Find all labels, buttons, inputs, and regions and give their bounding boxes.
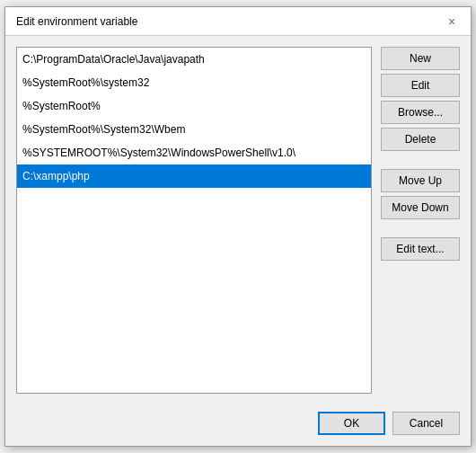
close-button[interactable]: × <box>444 13 460 30</box>
list-item-empty <box>17 296 371 314</box>
list-item[interactable]: C:\ProgramData\Oracle\Java\javapath <box>17 48 371 71</box>
list-item-empty <box>17 206 371 224</box>
list-item-empty <box>17 242 371 260</box>
dialog-title: Edit environment variable <box>16 15 137 28</box>
buttons-panel: New Edit Browse... Delete Move Up Move D… <box>381 47 460 394</box>
dialog-content: C:\ProgramData\Oracle\Java\javapath%Syst… <box>5 36 471 404</box>
edit-env-variable-dialog: Edit environment variable × C:\ProgramDa… <box>4 6 472 447</box>
edit-button[interactable]: Edit <box>381 74 460 97</box>
list-item-empty <box>17 332 371 350</box>
list-item-empty <box>17 224 371 242</box>
list-item-empty <box>17 188 371 206</box>
title-bar: Edit environment variable × <box>5 7 471 36</box>
list-item[interactable]: C:\xampp\php <box>17 164 371 188</box>
list-item[interactable]: %SystemRoot% <box>17 94 371 118</box>
env-var-list[interactable]: C:\ProgramData\Oracle\Java\javapath%Syst… <box>16 47 372 394</box>
list-item-empty <box>17 260 371 278</box>
browse-button[interactable]: Browse... <box>381 101 460 124</box>
new-button[interactable]: New <box>381 47 460 70</box>
list-item[interactable]: %SystemRoot%\system32 <box>17 71 371 94</box>
ok-button[interactable]: OK <box>318 412 385 435</box>
cancel-button[interactable]: Cancel <box>392 412 460 435</box>
list-item-empty <box>17 278 371 296</box>
list-item[interactable]: %SYSTEMROOT%\System32\WindowsPowerShell\… <box>17 141 371 164</box>
move-up-button[interactable]: Move Up <box>381 169 460 192</box>
dialog-footer: OK Cancel <box>5 404 471 446</box>
spacer2 <box>381 223 460 234</box>
spacer1 <box>381 155 460 165</box>
move-down-button[interactable]: Move Down <box>381 196 460 219</box>
list-item-empty <box>17 314 371 332</box>
delete-button[interactable]: Delete <box>381 128 460 151</box>
list-item-empty <box>17 350 371 368</box>
edit-text-button[interactable]: Edit text... <box>381 237 460 261</box>
list-item[interactable]: %SystemRoot%\System32\Wbem <box>17 118 371 141</box>
